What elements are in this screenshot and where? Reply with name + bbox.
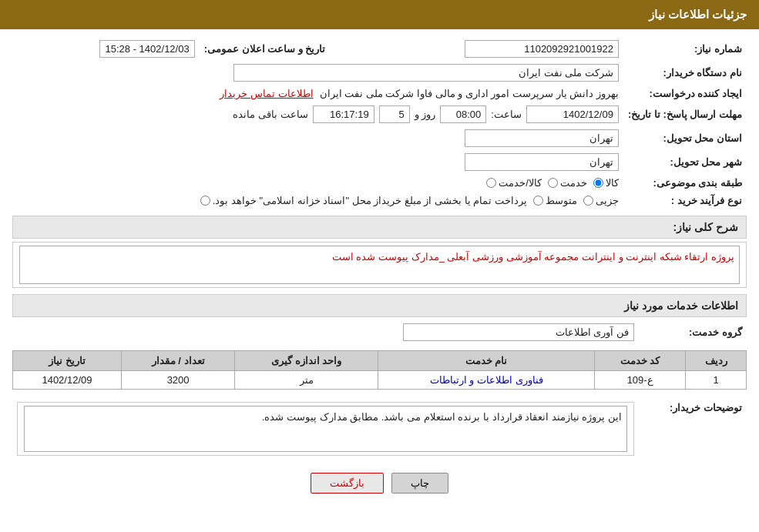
need-desc-section: پروژه ارتقاء شبکه اینترنت و اینترانت مجم…: [12, 242, 747, 288]
category-service-option[interactable]: خدمت: [548, 177, 587, 189]
send-date-box: 1402/12/09: [526, 105, 619, 123]
delivery-city-box: تهران: [465, 153, 619, 171]
send-time-box: 08:00: [440, 105, 486, 123]
category-goods-radio[interactable]: [593, 178, 603, 188]
page-title: جزئیات اطلاعات نیاز: [649, 8, 747, 21]
service-group-table: گروه خدمت: فن آوری اطلاعات: [12, 320, 747, 344]
print-button[interactable]: چاپ: [391, 473, 448, 494]
col-date-header: تاریخ نیاز: [13, 351, 122, 371]
col-qty-header: تعداد / مقدار: [121, 351, 234, 371]
purchase-type-label: نوع فرآیند خرید :: [623, 192, 747, 209]
col-row-header: ردیف: [686, 351, 747, 371]
table-row: 1ع-109فناوری اطلاعات و ارتباطاتمتر320014…: [13, 371, 747, 390]
creator-value: بهروز دانش یار سرپرست امور اداری و مالی …: [320, 88, 619, 99]
delivery-province-value: تهران: [12, 126, 623, 150]
purchase-type-medium-option[interactable]: متوسط: [533, 195, 577, 206]
purchase-type-partial-option[interactable]: جزیی: [583, 195, 619, 206]
purchase-type-medium-label: متوسط: [546, 195, 577, 206]
send-remaining-label: ساعت باقی مانده: [233, 109, 307, 120]
info-table: شماره نیاز: 1102092921001922 تاریخ و ساع…: [12, 37, 747, 209]
send-remaining-time-box: 16:17:19: [313, 105, 374, 123]
category-goods-service-label: کالا/خدمت: [499, 177, 542, 189]
buyer-org-value: شرکت ملی نفت ایران: [12, 61, 623, 85]
back-button[interactable]: بازگشت: [311, 473, 384, 494]
buttons-row: چاپ بازگشت: [12, 473, 747, 494]
services-table: ردیف کد خدمت نام خدمت واحد اندازه گیری ت…: [12, 350, 747, 390]
creator-label: ایجاد کننده درخواست:: [623, 85, 747, 102]
service-group-value: فن آوری اطلاعات: [12, 320, 639, 344]
service-group-box: فن آوری اطلاعات: [403, 323, 634, 341]
delivery-city-label: شهر محل تحویل:: [623, 150, 747, 174]
need-desc-box: پروژه ارتقاء شبکه اینترنت و اینترانت مجم…: [19, 246, 740, 284]
need-number-value: 1102092921001922: [330, 37, 623, 61]
category-service-label: خدمت: [560, 177, 587, 189]
delivery-city-value: تهران: [12, 150, 623, 174]
buyer-notes-value: این پروژه نیازمند انعقاد قرارداد با برند…: [12, 396, 639, 462]
buyer-org-box: شرکت ملی نفت ایران: [233, 64, 619, 82]
service-group-label: گروه خدمت:: [639, 320, 747, 344]
col-code-header: کد خدمت: [595, 351, 686, 371]
page-header: جزئیات اطلاعات نیاز: [0, 0, 759, 29]
category-goods-option[interactable]: کالا: [593, 177, 619, 189]
delivery-province-label: استان محل تحویل:: [623, 126, 747, 150]
services-header: اطلاعات خدمات مورد نیاز: [12, 294, 747, 317]
category-goods-service-option[interactable]: کالا/خدمت: [486, 177, 542, 189]
creator-row: بهروز دانش یار سرپرست امور اداری و مالی …: [12, 85, 623, 102]
purchase-type-full-radio[interactable]: [200, 196, 210, 206]
category-label: طبقه بندی موضوعی:: [623, 174, 747, 192]
category-row: کالا خدمت کالا/خدمت: [12, 174, 623, 192]
buyer-org-label: نام دستگاه خریدار:: [623, 61, 747, 85]
purchase-type-full-label: پرداخت تمام یا بخشی از مبلغ خریداز محل "…: [213, 195, 527, 206]
category-goods-service-radio[interactable]: [486, 178, 496, 188]
buyer-notes-textarea: این پروژه نیازمند انعقاد قرارداد با برند…: [24, 406, 627, 452]
delivery-province-box: تهران: [465, 129, 619, 147]
buyer-notes-table: توضیحات خریدار: این پروژه نیازمند انعقاد…: [12, 396, 747, 462]
send-deadline-label: مهلت ارسال پاسخ: تا تاریخ:: [623, 102, 747, 126]
send-day-label: روز و: [415, 109, 436, 120]
need-desc-header: شرح کلی نیاز:: [12, 216, 747, 239]
category-goods-label: کالا: [606, 177, 619, 189]
send-deadline-row: 1402/12/09 ساعت: 08:00 روز و 5 16:17:19: [12, 102, 623, 126]
send-time-label: ساعت:: [491, 109, 522, 120]
contact-link[interactable]: اطلاعات تماس خریدار: [220, 88, 313, 99]
category-service-radio[interactable]: [548, 178, 558, 188]
send-days-box: 5: [379, 105, 410, 123]
need-number-box: 1102092921001922: [465, 40, 619, 58]
buyer-notes-box: این پروژه نیازمند انعقاد قرارداد با برند…: [17, 402, 634, 456]
announce-datetime-value: 1402/12/03 - 15:28: [12, 37, 200, 61]
purchase-type-partial-radio[interactable]: [583, 196, 593, 206]
announce-datetime-box: 1402/12/03 - 15:28: [99, 40, 194, 58]
purchase-type-partial-label: جزیی: [596, 195, 619, 206]
col-unit-header: واحد اندازه گیری: [235, 351, 378, 371]
purchase-type-full-option[interactable]: پرداخت تمام یا بخشی از مبلغ خریداز محل "…: [200, 195, 527, 206]
purchase-type-medium-radio[interactable]: [533, 196, 543, 206]
need-number-label: شماره نیاز:: [623, 37, 747, 61]
purchase-type-row: جزیی متوسط پرداخت تمام یا بخشی از مبلغ خ…: [12, 192, 623, 209]
announce-datetime-label: تاریخ و ساعت اعلان عمومی:: [200, 37, 331, 61]
col-name-header: نام خدمت: [378, 351, 595, 371]
buyer-notes-label: توضیحات خریدار:: [639, 396, 747, 462]
